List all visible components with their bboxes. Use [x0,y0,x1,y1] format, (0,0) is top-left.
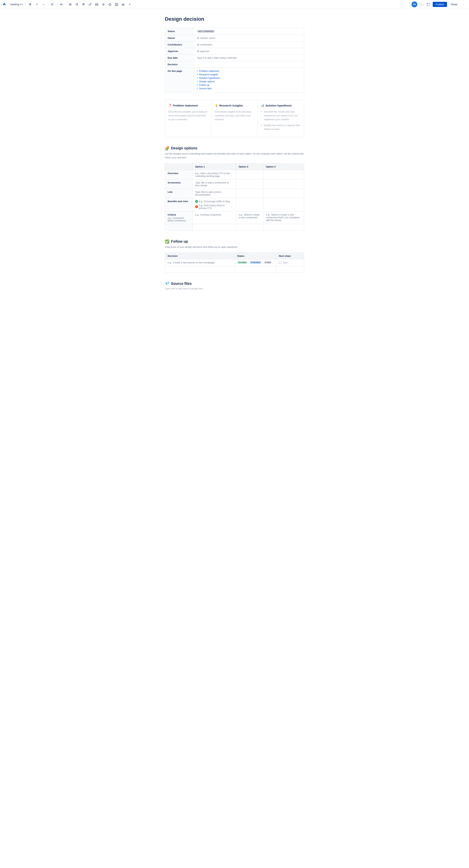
table-row: Screenshot Type /file to add a screensho… [165,179,304,189]
on-this-page-label: On this page [165,68,194,93]
source-files-icon: 💎 [165,281,169,286]
benefit-plus-text: e.g., Encourage traffic to blog [199,200,230,203]
list-item: Describe the results and user experience… [264,110,301,121]
toc-problem-link[interactable]: Problem statement [199,70,219,72]
svg-rect-26 [124,4,124,5]
checkbox-type: Type... [279,261,301,264]
list-item: Source files [197,87,302,90]
toc-research-link[interactable]: Research insights [199,73,218,76]
criteria-col3[interactable]: e.g., Need to create a new component tha… [263,211,304,224]
app-logo[interactable] [2,2,7,7]
tag-other[interactable]: OTHER [263,261,272,264]
close-button[interactable]: Close [448,2,460,7]
design-options-title: Design options [171,146,197,150]
link-col2[interactable] [236,189,263,198]
source-files-placeholder[interactable]: Type /link to add links to design files. [165,287,304,290]
more-format-button[interactable]: ··· [40,1,46,7]
checkbox-icon[interactable] [279,261,281,264]
followup-empty-status[interactable] [234,266,276,273]
align-button[interactable] [50,1,55,7]
toc-followup-link[interactable]: Follow up [199,84,210,86]
task-button[interactable]: ☑ [81,1,87,7]
list-item: Design options [197,80,302,83]
status-tags: DECIDED / IN REVIEW / OTHER [237,261,274,264]
screenshot-col2[interactable] [236,179,263,189]
svg-rect-0 [51,3,54,4]
screenshot-label: Screenshot [165,179,192,189]
decision-value[interactable] [194,61,304,68]
screenshot-col1[interactable]: Type /file to add a screenshot of your d… [192,179,236,189]
chart-button[interactable] [120,1,126,7]
empty-col3[interactable] [263,224,304,230]
text-color-button[interactable]: A▾ [58,1,64,7]
empty-col2[interactable] [236,224,263,230]
toc-design-link[interactable]: Design options [199,80,215,83]
table-row: e.g., Create a new banner on the homepag… [165,259,304,266]
add-collaborator-button[interactable]: + [419,2,424,7]
table-row: Overview e.g., Add a secondary CTA to th… [165,170,304,179]
criteria-col1[interactable]: e.g., Existing component [192,211,236,224]
benefits-col3[interactable] [263,198,304,211]
overview-col2[interactable] [236,170,263,179]
svg-rect-28 [427,3,428,4]
bold-button[interactable]: B [27,1,33,7]
mention-button[interactable]: @ [100,1,106,7]
research-card-body: Summarize insights from personas, custom… [215,110,254,121]
toc-solution-link[interactable]: Solution hypothesis [199,76,220,80]
screenshot-col3[interactable] [263,179,304,189]
svg-point-3 [69,3,70,4]
followup-decision-cell[interactable]: e.g., Create a new banner on the homepag… [165,259,235,266]
due-date-value[interactable]: Type // to add a date using a calendar [194,55,304,61]
minus-icon: − [195,205,198,208]
tag-decided[interactable]: DECIDED [237,261,248,264]
table-button[interactable] [114,1,120,7]
overview-col1[interactable]: e.g., Add a secondary CTA to the marketi… [192,170,236,179]
toolbar-divider-1 [26,2,26,7]
followup-empty-next[interactable] [276,266,304,273]
link-button[interactable] [87,1,93,7]
link-col3[interactable] [263,189,304,198]
emoji-button[interactable] [107,1,113,7]
table-row: Option 1 Option 2 Option 3 [165,163,304,170]
list-item: Follow up [197,84,302,86]
toc-source-link[interactable]: Source files [199,87,212,90]
follow-up-heading: ✅ Follow up [165,239,304,244]
problem-body-text: Describe the problem you're trying to so… [168,110,207,121]
svg-point-7 [69,5,70,5]
numbered-list-button[interactable]: 1.2.3. [74,1,80,7]
svg-rect-10 [76,3,78,4]
tag-inreview[interactable]: IN REVIEW [250,261,261,264]
approver-value[interactable]: @ approver [194,48,304,55]
solution-card-title: 📊 Solution hypothesis [261,104,301,107]
source-files-section: 💎 Source files Type /link to add links t… [165,281,304,290]
link-col1[interactable]: Type /link to add a link to documentatio… [192,189,236,198]
type-placeholder: Type... [282,261,290,264]
status-label: Status [165,28,194,35]
status-value[interactable]: NOT STARTED [194,28,304,35]
more-options-button[interactable]: ··· [461,1,467,7]
image-button[interactable] [94,1,100,7]
benefits-col2[interactable] [236,198,263,211]
benefits-col1[interactable]: + e.g., Encourage traffic to blog − e.g.… [192,198,236,211]
avatar[interactable]: CK [411,1,417,7]
bullet-list-button[interactable] [67,1,73,7]
contributors-value[interactable]: @ contributors [194,41,304,48]
owner-value[interactable]: @ mention owner [194,35,304,41]
publish-button[interactable]: Publish [433,2,447,7]
insert-more-button[interactable]: + [127,1,133,7]
followup-next-steps-cell[interactable]: Type... [276,259,304,266]
italic-button[interactable]: I [34,1,40,7]
criteria-main-label: Criteria [168,213,190,216]
list-item: Research insights [197,73,302,76]
solution-title-text: Solution hypothesis [265,104,292,107]
svg-rect-8 [70,5,71,5]
criteria-col2[interactable]: e.g., Need to create a new component [236,211,263,224]
overview-col3[interactable] [263,170,304,179]
followup-empty-decision[interactable] [165,266,235,273]
empty-col1[interactable] [192,224,236,230]
followup-col-status: Status [234,253,276,259]
followup-status-cell: DECIDED / IN REVIEW / OTHER [234,259,276,266]
template-button[interactable] [426,1,431,7]
heading-selector[interactable]: Heading 2 ▾ [9,2,24,6]
problem-card: ❓ Problem statement Describe the problem… [165,100,211,137]
